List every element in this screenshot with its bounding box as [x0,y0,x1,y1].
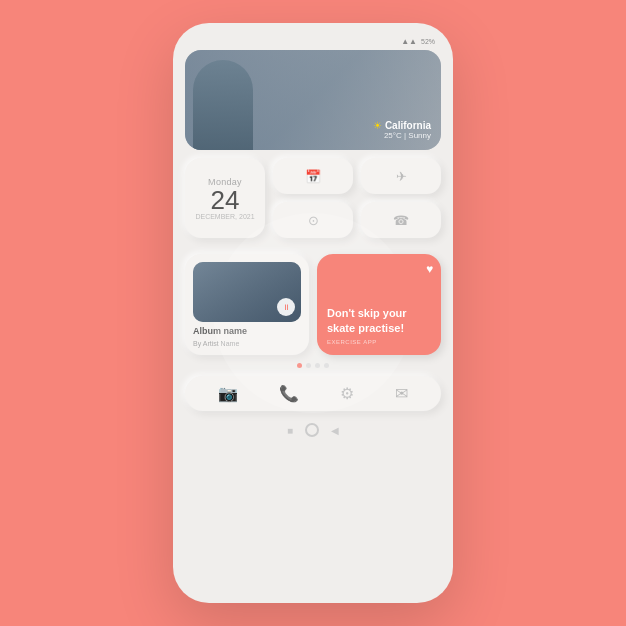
sun-icon: ☀ [373,120,382,131]
music-widget[interactable]: ⏸ Album name By Artist Name [185,254,309,355]
nav-back-button[interactable]: ◀ [331,425,339,436]
phone-app-icon: ☎ [393,213,409,228]
page-dots [185,363,441,368]
exercise-app-label: EXERCISE APP [327,339,431,345]
calendar-app-widget[interactable]: 📅 [273,158,353,194]
person-silhouette [193,60,253,150]
phone-frame: ▲▲ 52% ☀ California 25°C | Sunny Monday … [173,23,453,603]
phone-widget[interactable]: ☎ [361,202,441,238]
weather-card[interactable]: ☀ California 25°C | Sunny [185,50,441,150]
widgets-grid: Monday 24 DECEMBER, 2021 📅 ✈ ⊙ ☎ [185,158,441,246]
dock-camera-icon[interactable]: 📷 [218,384,238,403]
nav-square-button[interactable]: ■ [287,425,293,436]
exercise-message: Don't skip your skate practise! [327,306,431,335]
dot-1 [297,363,302,368]
camera-app-icon: ⊙ [308,213,319,228]
weather-info: ☀ California 25°C | Sunny [373,120,431,140]
dot-3 [315,363,320,368]
top-right-widgets: 📅 ✈ ⊙ ☎ [273,158,441,238]
exercise-widget[interactable]: ♥ Don't skip your skate practise! EXERCI… [317,254,441,355]
calendar-month: DECEMBER, 2021 [195,213,254,220]
battery-indicator: 52% [421,38,435,45]
dock-phone-icon[interactable]: 📞 [279,384,299,403]
row2-widgets: ⏸ Album name By Artist Name ♥ Don't skip… [185,254,441,355]
send-widget[interactable]: ✈ [361,158,441,194]
home-bar: ■ ◀ [185,419,441,441]
dock-settings-icon[interactable]: ⚙ [340,384,354,403]
heart-icon: ♥ [426,262,433,276]
calendar-app-icon: 📅 [305,169,321,184]
music-artist: By Artist Name [193,340,239,347]
weather-location: California [385,120,431,131]
calendar-widget[interactable]: Monday 24 DECEMBER, 2021 [185,158,265,238]
dock: 📷 📞 ⚙ ✉ [185,376,441,411]
send-icon: ✈ [396,169,407,184]
nav-home-button[interactable] [305,423,319,437]
dock-mail-icon[interactable]: ✉ [395,384,408,403]
camera-widget[interactable]: ⊙ [273,202,353,238]
dot-2 [306,363,311,368]
wifi-icon: ▲▲ [401,37,417,46]
weather-temp: 25°C | Sunny [373,131,431,140]
music-title: Album name [193,326,247,336]
calendar-date: 24 [211,187,240,213]
status-bar: ▲▲ 52% [185,35,441,50]
album-thumbnail: ⏸ [193,262,301,322]
play-pause-button[interactable]: ⏸ [277,298,295,316]
dot-4 [324,363,329,368]
